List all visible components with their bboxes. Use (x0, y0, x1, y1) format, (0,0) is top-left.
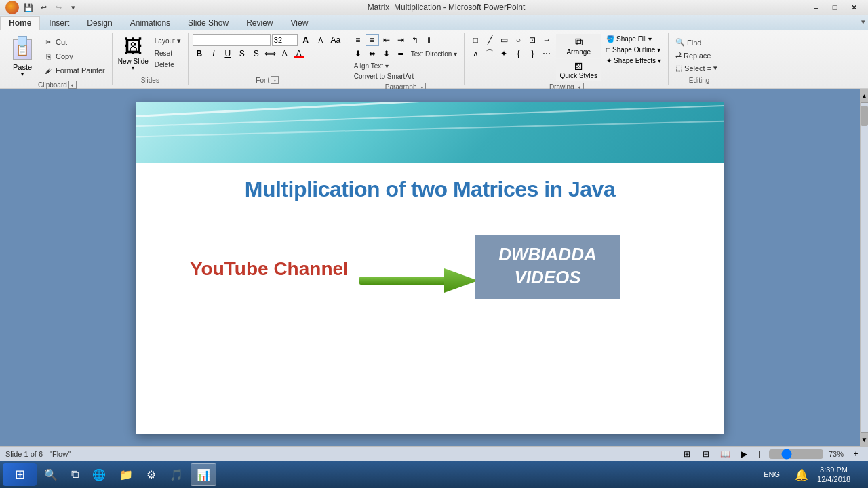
text-direction-button[interactable]: Text Direction▾ (408, 47, 460, 60)
quick-save-button[interactable]: 💾 (22, 1, 35, 14)
layout-button[interactable]: Layout▾ (152, 35, 184, 47)
quick-redo-button[interactable]: ↪ (52, 1, 65, 14)
taskbar-ie-button[interactable]: 🌐 (86, 463, 112, 486)
scroll-up-button[interactable]: ▲ (861, 89, 868, 103)
replace-button[interactable]: ⇄ Replace (673, 49, 720, 61)
new-slide-button[interactable]: 🖼 New Slide ▾ (117, 34, 150, 73)
shape-effects-button[interactable]: ✦ Shape Effects▾ (604, 56, 664, 66)
shape-bezier-button[interactable]: ⌒ (483, 47, 496, 60)
underline-button[interactable]: U (221, 47, 235, 60)
zoom-in-button[interactable]: + (849, 448, 863, 460)
ribbon-collapse-button[interactable]: ▾ (859, 16, 868, 30)
format-painter-button[interactable]: 🖌 Format Painter (40, 64, 108, 77)
right-scrollbar[interactable]: ▲ ▼ (860, 89, 868, 446)
justify-button[interactable]: ≣ (394, 47, 408, 60)
tab-design[interactable]: Design (78, 16, 121, 30)
taskbar-notifications-button[interactable]: 🔔 (789, 463, 814, 486)
shape-arrow-button[interactable]: → (540, 34, 553, 46)
taskbar-explorer-button[interactable]: 📁 (113, 463, 139, 486)
reading-view-button[interactable]: 📖 (718, 448, 732, 460)
rtl-button[interactable]: ↰ (408, 34, 422, 46)
taskbar-taskview-button[interactable]: ⧉ (65, 463, 85, 486)
shape-rect-button[interactable]: □ (469, 34, 482, 46)
tab-insert[interactable]: Insert (40, 16, 78, 30)
shape-fill-button[interactable]: 🪣 Shape Fill▾ (604, 34, 664, 44)
align-button[interactable]: A (278, 47, 292, 60)
select-button[interactable]: ⬚ Select =▾ (673, 62, 720, 74)
taskbar-powerpoint-button[interactable]: 📊 (191, 463, 216, 486)
align-text-button[interactable]: Align Text▾ (351, 61, 460, 71)
taskbar-search-button[interactable]: 🔍 (38, 463, 64, 486)
channel-box[interactable]: DWBIADDA VIDEOS (475, 235, 620, 299)
scroll-down-button[interactable]: ▼ (861, 432, 868, 446)
taskbar-lang-button[interactable]: ENG (757, 463, 786, 486)
youtube-channel-label[interactable]: YouTube Channel (190, 258, 349, 280)
strikethrough-button[interactable]: S (235, 47, 249, 60)
quick-more-button[interactable]: ▾ (66, 1, 80, 14)
decrease-indent-button[interactable]: ⇤ (380, 34, 393, 46)
paste-dropdown-icon[interactable]: ▾ (21, 71, 24, 77)
find-button[interactable]: 🔍 Find (673, 37, 720, 48)
convert-smartart-button[interactable]: Convert to SmartArt (351, 71, 460, 81)
increase-indent-button[interactable]: ⇥ (394, 34, 408, 46)
paste-button[interactable]: 📋 Paste ▾ (7, 34, 38, 79)
spacing-button[interactable]: ⟺ (264, 47, 277, 60)
close-button[interactable]: ✕ (845, 2, 863, 13)
bold-button[interactable]: B (193, 47, 206, 60)
columns-button[interactable]: ⫿ (422, 34, 436, 46)
scroll-thumb[interactable] (861, 106, 868, 126)
align-left-button[interactable]: ⬍ (351, 47, 365, 60)
shape-outline-button[interactable]: □ Shape Outline▾ (604, 45, 664, 55)
office-button[interactable] (5, 1, 19, 14)
shape-more2-button[interactable]: ⋯ (540, 47, 553, 60)
normal-view-button[interactable]: ⊞ (680, 448, 694, 460)
slide-sorter-button[interactable]: ⊟ (699, 448, 713, 460)
taskbar-settings-button[interactable]: ⚙ (140, 463, 162, 486)
font-expand[interactable]: ⬧ (271, 76, 279, 84)
shape-line-button[interactable]: ╱ (483, 34, 496, 46)
shadow-button[interactable]: S (250, 47, 263, 60)
maximize-button[interactable]: □ (826, 2, 844, 13)
tab-home[interactable]: Home (0, 16, 40, 30)
bullet-list-button[interactable]: ≡ (351, 34, 365, 46)
slide-title[interactable]: Multiplication of two Matrices in Java (170, 177, 690, 202)
zoom-slider[interactable] (769, 449, 823, 459)
quick-undo-button[interactable]: ↩ (37, 1, 50, 14)
slideshow-button[interactable]: ▶ (737, 448, 751, 460)
taskbar-media-button[interactable]: 🎵 (163, 463, 189, 486)
slide-count: Slide 1 of 6 (5, 450, 43, 458)
shape-oval-button[interactable]: ○ (511, 34, 525, 46)
minimize-button[interactable]: – (807, 2, 825, 13)
arrange-button[interactable]: ⧉ Arrange (556, 34, 601, 58)
clipboard-expand[interactable]: ⬧ (68, 81, 77, 89)
channel-name-line1: DWBIADDA (498, 243, 596, 266)
reset-button[interactable]: Reset (152, 48, 184, 58)
show-desktop-button[interactable] (853, 463, 865, 486)
shape-brace-button[interactable]: } (526, 47, 539, 60)
font-color-button[interactable]: A (292, 47, 306, 60)
numbered-list-button[interactable]: ≡ (366, 34, 379, 46)
align-center-button[interactable]: ⬌ (366, 47, 379, 60)
shape-rect2-button[interactable]: ▭ (497, 34, 511, 46)
delete-button[interactable]: Delete (152, 60, 184, 70)
tab-view[interactable]: View (282, 16, 317, 30)
italic-button[interactable]: I (207, 47, 220, 60)
copy-button[interactable]: ⎘ Copy (40, 49, 108, 63)
increase-font-button[interactable]: A (299, 34, 313, 46)
shape-star-button[interactable]: ✦ (497, 47, 511, 60)
shape-more-button[interactable]: ⊡ (526, 34, 539, 46)
shape-bracket-button[interactable]: { (511, 47, 525, 60)
tab-animations[interactable]: Animations (121, 16, 179, 30)
font-size-input[interactable] (272, 34, 298, 46)
quick-styles-button[interactable]: ⚄ Quick Styles (556, 59, 601, 81)
align-right-button[interactable]: ⬍ (380, 47, 393, 60)
shape-curve-button[interactable]: ∧ (469, 47, 482, 60)
cut-button[interactable]: ✂ Cut (40, 35, 108, 49)
drawing-group: □ ╱ ▭ ○ ⊡ → ∧ ⌒ ✦ { } ⋯ (465, 33, 669, 85)
start-button[interactable]: ⊞ (3, 463, 37, 486)
clear-format-button[interactable]: Aa (329, 34, 342, 46)
decrease-font-button[interactable]: A (314, 34, 328, 46)
tab-review[interactable]: Review (237, 16, 281, 30)
font-name-input[interactable] (193, 34, 271, 46)
tab-slideshow[interactable]: Slide Show (179, 16, 237, 30)
